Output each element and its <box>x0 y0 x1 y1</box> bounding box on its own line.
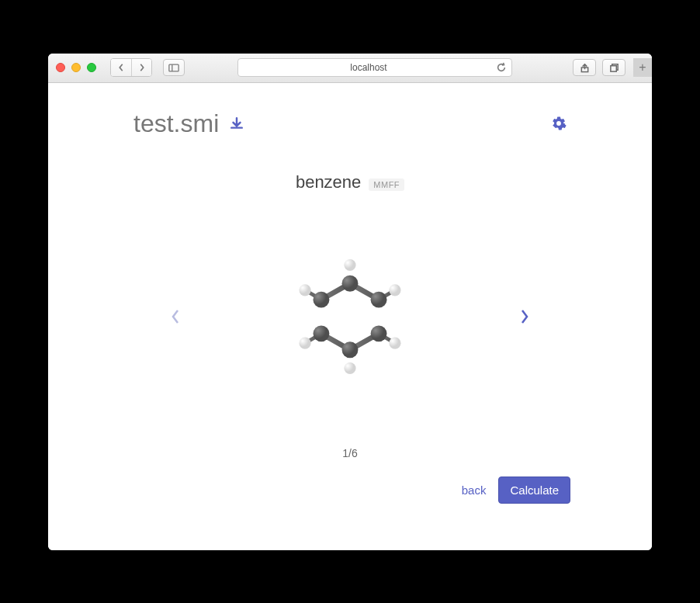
svg-point-19 <box>371 325 387 341</box>
molecule-title-row: benzene MMFF <box>87 172 613 192</box>
share-button[interactable] <box>573 59 596 76</box>
svg-rect-4 <box>610 65 615 71</box>
prev-molecule-button[interactable] <box>164 305 187 328</box>
back-link[interactable]: back <box>462 483 487 497</box>
nav-back-forward <box>110 58 152 77</box>
footer-actions: back Calculate <box>87 477 613 504</box>
svg-point-28 <box>299 284 310 296</box>
sidebar-toggle-button[interactable] <box>163 59 185 76</box>
svg-point-24 <box>389 284 400 296</box>
svg-point-25 <box>389 337 400 348</box>
maximize-window-button[interactable] <box>87 63 96 72</box>
toolbar-right: + <box>573 58 644 77</box>
svg-point-17 <box>342 275 359 291</box>
browser-window: localhost + test.smi <box>48 54 652 550</box>
calculate-button[interactable]: Calculate <box>498 477 570 504</box>
molecule-viewer[interactable] <box>257 224 443 410</box>
url-text: localhost <box>350 62 386 73</box>
page-content: test.smi benzene MMFF <box>48 83 652 550</box>
svg-point-21 <box>314 325 330 341</box>
back-button[interactable] <box>111 59 131 76</box>
svg-point-26 <box>344 362 355 373</box>
method-badge: MMFF <box>369 178 404 191</box>
gear-icon[interactable] <box>551 116 567 131</box>
window-controls <box>56 63 96 72</box>
download-icon[interactable] <box>230 116 244 130</box>
viewer-row <box>87 224 613 410</box>
svg-point-27 <box>299 337 310 348</box>
benzene-3d-icon <box>276 243 424 390</box>
new-tab-button[interactable]: + <box>633 58 652 77</box>
next-molecule-button[interactable] <box>513 305 536 328</box>
close-window-button[interactable] <box>56 63 65 72</box>
svg-point-18 <box>371 291 387 307</box>
filename-text: test.smi <box>133 109 219 138</box>
svg-rect-0 <box>169 64 178 71</box>
svg-point-20 <box>342 341 359 358</box>
titlebar: localhost + <box>48 54 652 83</box>
forward-button[interactable] <box>131 59 151 76</box>
file-title: test.smi <box>133 109 244 138</box>
tabs-button[interactable] <box>602 59 625 76</box>
molecule-name: benzene <box>296 172 361 192</box>
page-header: test.smi <box>87 109 613 138</box>
reload-icon[interactable] <box>496 62 507 73</box>
svg-point-22 <box>314 291 330 307</box>
pager-text: 1/6 <box>87 447 613 459</box>
minimize-window-button[interactable] <box>71 63 81 72</box>
svg-point-23 <box>344 258 355 270</box>
address-bar[interactable]: localhost <box>237 58 512 77</box>
